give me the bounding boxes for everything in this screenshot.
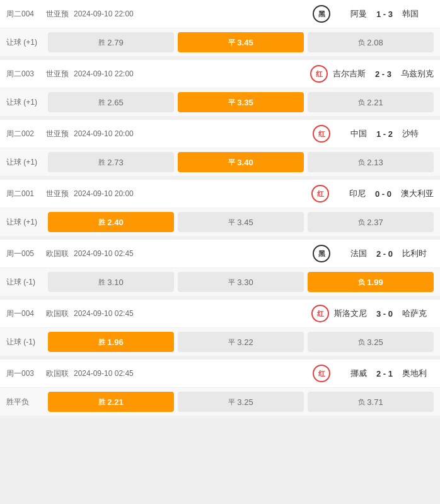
odds-row-1: 让球 (+1) 胜 2.65 平 3.35 负 2.21: [0, 88, 440, 116]
match-header-4: 周一005 欧国联 2024-09-10 02:45 黑 法国 2 - 0 比利…: [0, 240, 440, 268]
match-block-6: 周一003 欧国联 2024-09-10 02:45 红 挪威 2 - 1 奥地…: [0, 360, 440, 416]
odds-win[interactable]: 胜 1.96: [48, 332, 174, 352]
match-score: 0 - 0: [371, 189, 396, 199]
match-time: 2024-09-10 20:00: [74, 189, 143, 198]
odds-label: 让球 (+1): [6, 97, 44, 108]
win-label: 胜: [98, 38, 105, 47]
odds-row-2: 让球 (+1) 胜 2.73 平 3.40 负 2.13: [0, 148, 440, 176]
draw-label: 平: [228, 98, 235, 107]
odds-lose[interactable]: 负 2.21: [308, 92, 434, 112]
team-home: 阿曼: [335, 8, 367, 20]
match-time: 2024-09-10 20:00: [74, 129, 143, 138]
odds-label: 让球 (-1): [6, 277, 44, 288]
draw-label: 平: [228, 158, 235, 167]
match-badge: 红: [311, 305, 329, 322]
odds-draw[interactable]: 平 3.45: [178, 212, 304, 232]
odds-draw[interactable]: 平 3.40: [178, 152, 304, 172]
match-league: 欧国联: [46, 249, 69, 259]
match-block-1: 周二003 世亚预 2024-09-10 22:00 红 吉尔吉斯 2 - 3 …: [0, 60, 440, 116]
match-block-5: 周一004 欧国联 2024-09-10 02:45 红 斯洛文尼 3 - 0 …: [0, 300, 440, 356]
match-id: 周一005: [6, 249, 41, 259]
draw-label: 平: [228, 337, 235, 347]
match-block-4: 周一005 欧国联 2024-09-10 02:45 黑 法国 2 - 0 比利…: [0, 240, 440, 296]
odds-row-6: 胜平负 胜 2.21 平 3.25 负 3.71: [0, 388, 440, 416]
match-header-1: 周二003 世亚预 2024-09-10 22:00 红 吉尔吉斯 2 - 3 …: [0, 60, 440, 88]
lose-value: 3.25: [367, 337, 383, 347]
draw-value: 3.25: [237, 397, 253, 407]
match-id: 周二004: [6, 9, 41, 20]
lose-value: 3.71: [367, 397, 383, 407]
odds-win[interactable]: 胜 2.65: [48, 92, 174, 112]
draw-label: 平: [228, 397, 235, 407]
win-label: 胜: [98, 218, 105, 227]
win-label: 胜: [98, 158, 105, 167]
odds-win[interactable]: 胜 2.79: [48, 32, 174, 52]
match-id: 周二002: [6, 129, 41, 139]
team-away: 比利时: [402, 248, 434, 259]
odds-lose[interactable]: 负 3.71: [308, 392, 434, 412]
team-home: 挪威: [335, 368, 367, 379]
win-label: 胜: [98, 397, 105, 407]
lose-value: 2.13: [367, 158, 383, 167]
team-away: 乌兹别克: [401, 68, 434, 79]
team-home: 中国: [335, 128, 367, 139]
match-time: 2024-09-10 22:00: [74, 69, 143, 78]
lose-value: 2.37: [367, 218, 383, 227]
odds-draw[interactable]: 平 3.25: [178, 392, 304, 412]
win-value: 2.65: [107, 98, 123, 107]
odds-draw[interactable]: 平 3.22: [178, 332, 304, 352]
draw-label: 平: [228, 218, 235, 227]
win-label: 胜: [98, 98, 105, 107]
team-away: 韩国: [402, 8, 434, 20]
match-league: 欧国联: [46, 368, 69, 379]
match-header-6: 周一003 欧国联 2024-09-10 02:45 红 挪威 2 - 1 奥地…: [0, 360, 440, 388]
match-badge: 红: [311, 185, 329, 202]
match-block-2: 周二002 世亚预 2024-09-10 20:00 红 中国 1 - 2 沙特…: [0, 120, 440, 176]
lose-value: 2.21: [367, 98, 383, 107]
match-badge: 黑: [313, 5, 330, 23]
match-score: 1 - 2: [372, 129, 397, 139]
odds-row-0: 让球 (+1) 胜 2.79 平 3.45 负 2.08: [0, 28, 440, 56]
odds-draw[interactable]: 平 3.45: [178, 32, 304, 52]
win-value: 2.79: [107, 38, 123, 47]
match-score: 2 - 0: [372, 249, 397, 259]
odds-win[interactable]: 胜 2.73: [48, 152, 174, 172]
draw-value: 3.40: [237, 158, 253, 167]
odds-lose[interactable]: 负 3.25: [308, 332, 434, 352]
odds-draw[interactable]: 平 3.30: [178, 272, 304, 292]
odds-row-5: 让球 (-1) 胜 1.96 平 3.22 负 3.25: [0, 328, 440, 356]
odds-win[interactable]: 胜 2.40: [48, 212, 174, 232]
draw-value: 3.35: [237, 98, 253, 107]
odds-label: 让球 (+1): [6, 37, 44, 48]
odds-label: 让球 (-1): [6, 337, 44, 348]
odds-lose[interactable]: 负 2.08: [308, 32, 434, 52]
match-score: 2 - 3: [371, 69, 396, 79]
odds-win[interactable]: 胜 2.21: [48, 392, 174, 412]
lose-value: 1.99: [367, 278, 383, 287]
odds-win[interactable]: 胜 3.10: [48, 272, 174, 292]
win-value: 2.21: [107, 397, 123, 407]
match-league: 世亚预: [46, 189, 69, 199]
lose-label: 负: [358, 38, 365, 47]
lose-label: 负: [358, 98, 365, 107]
match-id: 周一004: [6, 308, 41, 319]
odds-lose[interactable]: 负 2.13: [308, 152, 434, 172]
match-id: 周二001: [6, 189, 41, 199]
team-away: 哈萨克: [402, 308, 434, 319]
win-label: 胜: [98, 278, 105, 287]
match-league: 世亚预: [46, 129, 69, 139]
odds-lose[interactable]: 负 1.99: [308, 272, 434, 292]
team-away: 澳大利亚: [401, 188, 434, 199]
odds-lose[interactable]: 负 2.37: [308, 212, 434, 232]
team-home: 斯洛文尼: [334, 308, 367, 319]
lose-label: 负: [358, 397, 365, 407]
match-id: 周二003: [6, 69, 41, 79]
team-home: 吉尔吉斯: [333, 68, 366, 79]
match-score: 3 - 0: [372, 309, 397, 319]
match-league: 欧国联: [46, 308, 69, 319]
draw-value: 3.30: [237, 278, 253, 287]
odds-draw[interactable]: 平 3.35: [178, 92, 304, 112]
win-value: 2.73: [107, 158, 123, 167]
lose-value: 2.08: [367, 38, 383, 47]
match-time: 2024-09-10 02:45: [74, 309, 143, 318]
